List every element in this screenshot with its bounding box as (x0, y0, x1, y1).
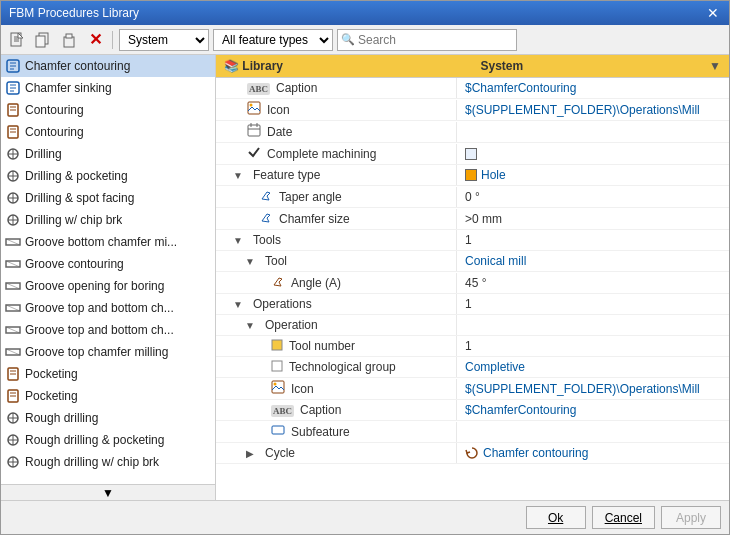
prop-label: ABC Caption (216, 78, 456, 98)
list-item[interactable]: Chamfer sinking (1, 77, 215, 99)
prop-value: >0 mm (456, 209, 729, 229)
prop-value: 1 (456, 230, 729, 250)
list-item[interactable]: Pocketing (1, 385, 215, 407)
property-row: ▶ Cycle Chamfer contouring (216, 443, 729, 464)
list-item[interactable]: Rough drilling & pocketing (1, 429, 215, 451)
prop-value-text: 1 (465, 233, 472, 247)
prop-icon: ABC (247, 81, 270, 95)
expand-button[interactable]: ▼ (232, 298, 244, 310)
close-button[interactable]: ✕ (705, 5, 721, 21)
svg-rect-68 (272, 340, 282, 350)
expand-button[interactable]: ▼ (244, 319, 256, 331)
list-item[interactable]: Contouring (1, 121, 215, 143)
list-item[interactable]: Contouring (1, 99, 215, 121)
list-item[interactable]: Groove opening for boring (1, 275, 215, 297)
list-item-icon (5, 212, 21, 228)
system-select[interactable]: System (119, 29, 209, 51)
cancel-label: Cancel (605, 511, 642, 525)
list-item[interactable]: Groove top and bottom ch... (1, 297, 215, 319)
property-row: Chamfer size >0 mm (216, 208, 729, 230)
expand-button[interactable]: ▼ (244, 255, 256, 267)
list-item[interactable]: Groove top chamfer milling (1, 341, 215, 363)
list-item[interactable]: Drilling & spot facing (1, 187, 215, 209)
footer: Ok Cancel Apply (1, 500, 729, 534)
prop-value-text: Hole (481, 168, 506, 182)
list-item[interactable]: Pocketing (1, 363, 215, 385)
prop-value-text: Conical mill (465, 254, 526, 268)
prop-value: Conical mill (456, 251, 729, 271)
scroll-down-arrow[interactable]: ▼ (1, 484, 215, 500)
svg-rect-8 (66, 34, 72, 38)
delete-button[interactable]: ✕ (84, 29, 106, 51)
list-item[interactable]: Groove contouring (1, 253, 215, 275)
prop-label-text: Date (267, 125, 292, 139)
expand-button[interactable]: ▼ (232, 234, 244, 246)
prop-label-text: Taper angle (279, 190, 342, 204)
copy-icon (35, 32, 51, 48)
prop-value (456, 144, 729, 164)
prop-label-text: Tools (253, 233, 281, 247)
dialog-title: FBM Procedures Library (9, 6, 139, 20)
prop-label: Complete machining (216, 143, 456, 164)
cancel-button[interactable]: Cancel (592, 506, 655, 529)
prop-value (456, 422, 729, 442)
apply-button[interactable]: Apply (661, 506, 721, 529)
prop-value-text: $ChamferContouring (465, 403, 576, 417)
prop-label-text: Technological group (289, 360, 396, 374)
property-row: Icon $(SUPPLEMENT_FOLDER)\Operations\Mil… (216, 99, 729, 121)
search-input[interactable] (337, 29, 517, 51)
prop-label: ▼ Tool (216, 251, 456, 271)
property-row: ▼ Tools 1 (216, 230, 729, 251)
prop-label: ▶ Cycle (216, 443, 456, 463)
expand-button[interactable]: ▼ (232, 169, 244, 181)
apply-label: Apply (676, 511, 706, 525)
list-item-icon (5, 388, 21, 404)
paste-button[interactable] (58, 29, 80, 51)
property-row: ABC Caption $ChamferContouring (216, 78, 729, 99)
dropdown-arrow-icon: ▼ (709, 59, 721, 73)
right-panel-header: 📚 Library System ▼ (216, 55, 729, 78)
property-row: Angle (A) 45 ° (216, 272, 729, 294)
property-row: ABC Caption $ChamferContouring (216, 400, 729, 421)
checkbox-value (465, 148, 477, 160)
list-item[interactable]: Drilling (1, 143, 215, 165)
expand-button[interactable]: ▶ (244, 447, 256, 459)
list-item[interactable]: Rough drilling w/ chip brk (1, 451, 215, 473)
svg-line-46 (6, 349, 20, 355)
list-item[interactable]: Groove top and bottom ch... (1, 319, 215, 341)
system-header[interactable]: System ▼ (473, 55, 730, 77)
prop-label-text: Icon (267, 103, 290, 117)
svg-rect-6 (36, 36, 45, 47)
svg-rect-69 (272, 361, 282, 371)
svg-rect-70 (272, 381, 284, 393)
prop-icon (271, 274, 285, 291)
list-item-text: Pocketing (25, 389, 78, 403)
list-item[interactable]: Chamfer contouring (1, 55, 215, 77)
list-item[interactable]: Groove bottom chamfer mi... (1, 231, 215, 253)
prop-label-text: Operations (253, 297, 312, 311)
list-item[interactable]: Rough drilling (1, 407, 215, 429)
prop-value: 1 (456, 336, 729, 356)
ok-button[interactable]: Ok (526, 506, 586, 529)
list-item[interactable]: Drilling & pocketing (1, 165, 215, 187)
list-item-text: Groove contouring (25, 257, 124, 271)
list-item-text: Chamfer sinking (25, 81, 112, 95)
copy-button[interactable] (32, 29, 54, 51)
list-item[interactable]: Drilling w/ chip brk (1, 209, 215, 231)
prop-label: Taper angle (216, 186, 456, 207)
prop-label-text: Cycle (265, 446, 295, 460)
system-label: System (481, 59, 524, 73)
list-item-icon (5, 124, 21, 140)
feature-type-select[interactable]: All feature types (213, 29, 333, 51)
list-item-text: Drilling & pocketing (25, 169, 128, 183)
list-item-text: Drilling (25, 147, 62, 161)
prop-icon (271, 360, 283, 375)
prop-icon (271, 380, 285, 397)
prop-icon (271, 339, 283, 354)
toolbar-sep (112, 31, 113, 49)
prop-value (456, 315, 729, 335)
toolbar: ✕ System All feature types 🔍 (1, 25, 729, 55)
left-panel: Chamfer contouring Chamfer sinking Conto… (1, 55, 216, 500)
prop-value: 45 ° (456, 273, 729, 293)
new-button[interactable] (6, 29, 28, 51)
